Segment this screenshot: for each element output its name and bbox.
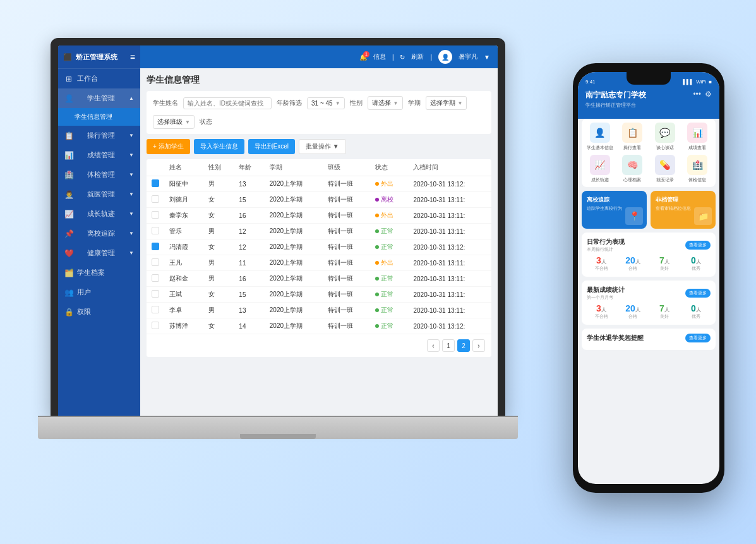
score-stats-view-more[interactable]: 查看更多: [685, 289, 711, 298]
menu-icon[interactable]: ≡: [130, 52, 135, 62]
sidebar-item-user[interactable]: 👥 用户: [58, 282, 140, 302]
class-select[interactable]: 选择班级 ▼: [153, 115, 195, 129]
sidebar-item-medical[interactable]: 👨‍⚕️ 就医管理 ▼: [58, 184, 140, 204]
phone-icon-mental[interactable]: 🧠 心理档案: [618, 155, 647, 183]
col-class: 班级: [323, 159, 370, 176]
phone-more-icon[interactable]: •••: [693, 90, 701, 99]
row-name: 李卓: [164, 303, 203, 318]
score-check-icon-box: 📊: [687, 123, 707, 143]
age-range-select[interactable]: 31 ~ 45 ▼: [307, 97, 345, 109]
page-2-button[interactable]: 2: [457, 339, 470, 352]
row-checkbox-cell[interactable]: [147, 303, 164, 318]
row-checkbox[interactable]: [152, 258, 159, 266]
semester-select[interactable]: 选择学期 ▼: [426, 96, 467, 110]
phone-icon-physical[interactable]: 🏥 体检信息: [683, 155, 712, 183]
app-header: 🔔 1 信息 | ↻ 刷新 | 👤 暑宇凡 ▼: [140, 45, 498, 68]
row-gender: 女: [203, 192, 234, 208]
import-button[interactable]: 导入学生信息: [194, 139, 244, 154]
row-checkbox[interactable]: [152, 227, 159, 234]
row-checkbox[interactable]: [152, 274, 159, 282]
growth-icon-box: 📈: [590, 155, 610, 175]
score-qualified-label: 合格: [618, 313, 647, 320]
row-time: 2020-10-31 13:12:: [408, 318, 491, 334]
student-label: 学生管理: [87, 94, 115, 103]
phone-icon-heart-talk[interactable]: 💬 谈心谈话: [651, 123, 680, 151]
row-checkbox-cell[interactable]: [147, 239, 164, 255]
stat-qualified-number: 20: [625, 255, 635, 265]
row-checkbox[interactable]: [152, 290, 159, 298]
sidebar-item-behavior[interactable]: 📋 操行管理 ▼: [58, 126, 140, 145]
row-checkbox[interactable]: [152, 322, 159, 329]
row-name: 苏博洋: [164, 318, 203, 334]
user-chevron-icon[interactable]: ▼: [484, 54, 490, 61]
next-page-button[interactable]: ›: [472, 339, 485, 352]
sidebar-sub-student-info[interactable]: 学生信息管理: [58, 108, 140, 126]
user-avatar[interactable]: 👤: [438, 50, 452, 64]
score-unqualified-number: 3: [596, 303, 601, 313]
row-class: 特训一班: [323, 255, 370, 271]
row-checkbox-cell[interactable]: [147, 271, 164, 287]
gender-select[interactable]: 请选择 ▼: [368, 96, 403, 110]
row-checkbox[interactable]: [152, 179, 159, 187]
row-checkbox-cell[interactable]: [147, 318, 164, 334]
row-time: 2020-10-31 13:11:: [408, 192, 491, 208]
row-checkbox-cell[interactable]: [147, 255, 164, 271]
notification-bell[interactable]: 🔔 1: [359, 54, 367, 61]
absence-track-card[interactable]: 离校追踪 追踪学生离校行为 📍: [582, 191, 647, 229]
sidebar-item-student[interactable]: 👤 学生管理 ▲: [58, 88, 140, 108]
row-gender: 男: [203, 176, 234, 192]
row-checkbox[interactable]: [152, 243, 159, 250]
status-badge: 外出: [375, 258, 393, 267]
phone-icon-behavior-check[interactable]: 📋 操行查看: [618, 123, 647, 151]
row-checkbox[interactable]: [152, 195, 159, 203]
bottom-view-more[interactable]: 查看更多: [685, 334, 711, 342]
row-checkbox-cell[interactable]: [147, 208, 164, 224]
page-1-button[interactable]: 1: [442, 339, 455, 352]
row-age: 13: [234, 303, 264, 318]
table-body: 阳征中 男 13 2020上学期 特训一班 外出 2020-10-31 13:1…: [147, 176, 491, 334]
phone-screen: 9:41 ▌▌▌ WiFi ■ 南宁励志专门学校 学生操行矫正管理平台 ••• …: [578, 72, 719, 484]
row-semester: 2020上学期: [265, 224, 323, 239]
row-checkbox-cell[interactable]: [147, 176, 164, 192]
row-checkbox[interactable]: [152, 306, 159, 313]
row-checkbox-cell[interactable]: [147, 224, 164, 239]
sidebar-item-permission[interactable]: 🔒 权限: [58, 302, 140, 322]
phone-settings-icon[interactable]: ⚙: [705, 90, 712, 99]
sidebar-item-health[interactable]: 🏥 体检管理 ▼: [58, 165, 140, 184]
daily-behavior-sub: 本周操行统计: [587, 246, 625, 253]
phone-icon-medical2[interactable]: 💊 就医记录: [651, 155, 680, 183]
sidebar-item-absence[interactable]: 📌 离校追踪 ▼: [58, 224, 140, 243]
sidebar-item-growth[interactable]: 📈 成长轨迹 ▼: [58, 204, 140, 224]
phone-header: 南宁励志专门学校 学生操行矫正管理平台 ••• ⚙: [578, 86, 719, 119]
daily-behavior-view-more[interactable]: 查看更多: [685, 241, 711, 250]
score-good-unit: 人: [664, 307, 669, 313]
add-student-button[interactable]: + 添加学生: [147, 139, 190, 154]
score-stats-numbers: 3人 不合格 20人 合格 7人 良好 0人 优秀: [587, 303, 711, 320]
row-checkbox[interactable]: [152, 211, 159, 219]
row-name: 刘徳月: [164, 192, 203, 208]
refresh-icon[interactable]: ↻: [400, 54, 405, 61]
sidebar-item-score[interactable]: 📊 成绩管理 ▼: [58, 145, 140, 165]
batch-button[interactable]: 批量操作 ▼: [299, 139, 346, 154]
score-stats-title: 最新成绩统计: [587, 286, 625, 294]
sidebar-item-workbench[interactable]: ⊞ 工作台: [58, 69, 140, 88]
status-badge: 正常: [375, 243, 393, 251]
sidebar-item-health2[interactable]: ❤️ 健康管理 ▼: [58, 243, 140, 263]
score-qualified-unit: 人: [635, 307, 640, 313]
export-button[interactable]: 导出到Excel: [248, 139, 295, 154]
sidebar-item-archive[interactable]: 🗂️ 学生档案: [58, 263, 140, 282]
physical-label: 体检信息: [688, 177, 706, 183]
student-search-input[interactable]: [183, 97, 272, 109]
phone-icon-score-check[interactable]: 📊 成绩查看: [683, 123, 712, 151]
behavior-icon: 📋: [64, 131, 73, 140]
row-checkbox-cell[interactable]: [147, 287, 164, 303]
phone-growth-icon: 📈: [594, 160, 605, 170]
score-excellent-number: 0: [691, 303, 696, 313]
row-gender: 女: [203, 287, 234, 303]
archive-mgmt-card[interactable]: 非档管理 查看审核档位信息 📁: [651, 191, 716, 229]
row-checkbox-cell[interactable]: [147, 192, 164, 208]
prev-page-button[interactable]: ‹: [427, 339, 440, 352]
phone-icon-student-basic[interactable]: 👤 学生基本信息: [585, 123, 615, 151]
phone-icon-growth[interactable]: 📈 成长轨迹: [585, 155, 615, 183]
health-label: 体检管理: [87, 170, 115, 179]
